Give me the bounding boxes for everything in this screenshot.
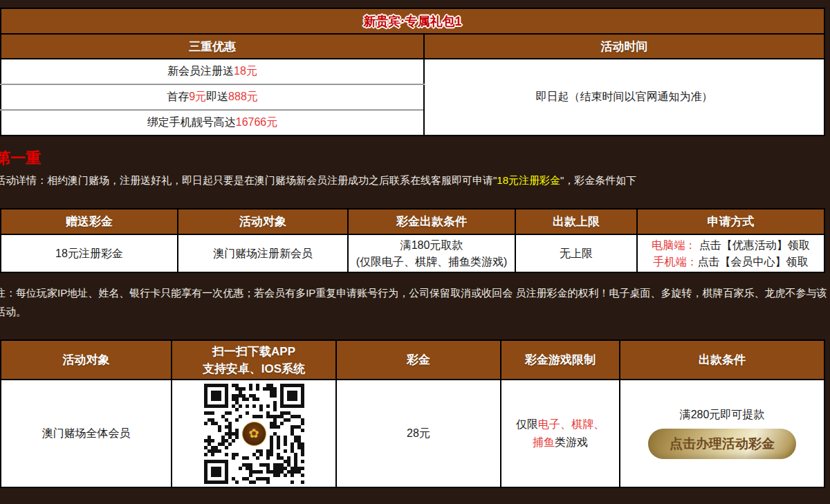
section-heading-tier1: 第一重 [0,149,830,168]
offer-2-text: 首存 [167,91,189,102]
activity-time: 即日起（结束时间以官网通知为准） [424,59,824,136]
promo-summary-table: 新贵宾·专属礼包1 三重优惠 活动时间 新会员注册送18元 即日起（结束时间以官… [0,8,825,136]
terms-note: 注：每位玩家IP地址、姓名、银行卡只能享有一次优惠；若会员有多IP重复申请账号行… [0,283,828,321]
apply-mobile-text: 点击【会员中心】领取 [698,256,809,268]
cell-apply-method: 电脑端： 点击【优惠活动】领取 手机端：点击【会员中心】领取 [637,234,824,272]
restriction-pre: 仅限 [516,418,538,430]
apply-pc-line: 电脑端： 点击【优惠活动】领取 [638,237,823,254]
app-download-table: 活动对象 扫一扫下载APP 支持安卓、IOS系统 彩金 彩金游戏限制 出款条件 … [0,339,825,488]
header-bonus2: 彩金 [336,340,501,380]
offer-1-amount: 18元 [234,65,257,77]
offer-3-text: 绑定手机靓号高达 [147,116,236,128]
header-qr-line2: 支持安卓、IOS系统 [173,360,335,377]
apply-pc-label: 电脑端： [652,239,696,251]
promo-page: 新贵宾·专属礼包1 三重优惠 活动时间 新会员注册送18元 即日起（结束时间以官… [0,0,830,504]
header-qr: 扫一扫下载APP 支持安卓、IOS系统 [172,340,336,380]
offer-2-amount2: 888元 [228,91,258,102]
qr-code: ✿ [204,384,304,484]
apply-mobile-label: 手机端： [654,256,698,268]
apply-pc-text: 点击【优惠活动】领取 [696,239,809,251]
promo-header-row: 三重优惠 活动时间 [1,34,824,59]
cell-withdraw2: 满280元即可提款 点击办理活动彩金 [620,380,824,487]
apply-mobile-line: 手机端：点击【会员中心】领取 [638,254,823,270]
header-target: 活动对象 [178,209,348,234]
detail-post: "，彩金条件如下 [560,174,636,186]
promo-title-row: 新贵宾·专属礼包1 [1,8,824,34]
detail-pre: 活动详情：相约澳门赌场，注册送好礼，即日起只要是在澳门赌场新会员注册成功之后联系… [0,174,497,186]
withdraw-amount-text: 满280元即可提款 [621,408,823,422]
cell-bonus2: 28元 [336,380,501,487]
header-qr-line1: 扫一扫下载APP [173,343,335,360]
promo-title: 新贵宾·专属礼包1 [1,8,824,34]
withdraw-line2: (仅限电子、棋牌、捕鱼类游戏) [349,254,514,270]
cell-limit: 无上限 [515,234,637,272]
header-target2: 活动对象 [1,340,172,380]
offer-3: 绑定手机靓号高达16766元 [1,110,424,136]
app-table-data-row: 澳门赌场全体会员 ✿ 28元 仅限电子、棋牌、捕鱼类游戏 满280元即可提款 点… [1,380,824,487]
app-table-header-row: 活动对象 扫一扫下载APP 支持安卓、IOS系统 彩金 彩金游戏限制 出款条件 [1,340,824,380]
header-withdraw2: 出款条件 [620,340,824,380]
activity-detail-text: 活动详情：相约澳门赌场，注册送好礼，即日起只要是在澳门赌场新会员注册成功之后联系… [0,173,830,188]
column-header-offers: 三重优惠 [1,34,424,59]
cell-target2: 澳门赌场全体会员 [1,380,172,487]
offer-1-text: 新会员注册送 [167,65,234,77]
cell-bonus: 18元注册彩金 [1,234,178,272]
offer-2: 首存9元即送888元 [1,84,424,110]
cell-withdraw-condition: 满180元取款 (仅限电子、棋牌、捕鱼类游戏) [348,234,515,272]
column-header-time: 活动时间 [424,34,824,59]
restriction-post: 类游戏 [555,436,588,448]
header-bonus: 赠送彩金 [1,209,178,234]
bonus-table-header-row: 赠送彩金 活动对象 彩金出款条件 出款上限 申请方式 [1,209,824,234]
bonus-table-data-row: 18元注册彩金 澳门赌场注册新会员 满180元取款 (仅限电子、棋牌、捕鱼类游戏… [1,234,824,272]
cell-target: 澳门赌场注册新会员 [178,234,348,272]
bonus-conditions-table: 赠送彩金 活动对象 彩金出款条件 出款上限 申请方式 18元注册彩金 澳门赌场注… [0,208,825,273]
withdraw-line1: 满180元取款 [349,237,514,254]
claim-bonus-button[interactable]: 点击办理活动彩金 [648,429,796,459]
casino-emblem-icon: ✿ [242,422,266,446]
offer-2-text2: 即送 [206,91,228,102]
offer-1: 新会员注册送18元 [1,59,424,84]
header-withdraw-condition: 彩金出款条件 [348,209,515,234]
cell-game-restriction: 仅限电子、棋牌、捕鱼类游戏 [501,380,620,487]
qr-center-logo: ✿ [240,420,268,448]
header-limit: 出款上限 [515,209,637,234]
header-apply-method: 申请方式 [637,209,824,234]
detail-highlight: 18元注册彩金 [497,174,560,186]
header-game-restriction: 彩金游戏限制 [501,340,620,380]
offer-3-amount: 16766元 [236,116,278,128]
offer-row: 新会员注册送18元 即日起（结束时间以官网通知为准） [1,59,824,84]
offer-2-amount: 9元 [189,91,206,102]
cell-qr: ✿ [172,380,336,487]
